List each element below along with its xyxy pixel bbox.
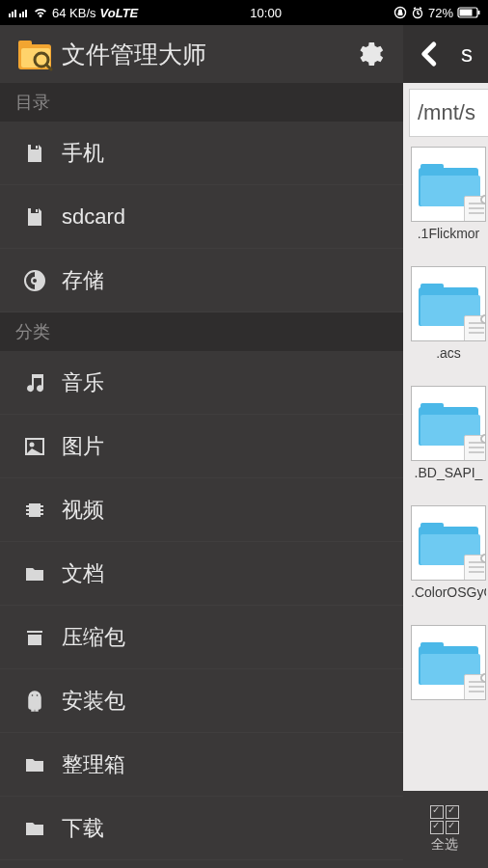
drawer-item-label: 压缩包	[62, 623, 380, 652]
drawer-item-apk[interactable]: 安装包	[0, 669, 403, 733]
path-bar[interactable]: /mnt/s	[409, 89, 488, 137]
drawer-item-label: 图片	[62, 432, 380, 461]
folder-thumb	[411, 625, 486, 700]
file-browser: s /mnt/s .1Flickmor .acs .BD_SAPI_	[403, 25, 488, 868]
lock-rotate-icon	[393, 6, 407, 19]
save-icon	[23, 205, 62, 229]
status-bar: 64 KB/s VoLTE 10:00 72%	[0, 0, 488, 25]
svg-rect-22	[41, 513, 43, 515]
drawer-item-label: 音乐	[62, 368, 380, 397]
drawer-item-download[interactable]: 下载	[0, 797, 403, 860]
content-title: s	[461, 41, 473, 68]
volte-label: VoLTE	[100, 6, 139, 20]
folder-cell[interactable]: .acs	[411, 266, 486, 376]
folder-thumb	[411, 147, 486, 222]
folder-label	[411, 704, 486, 735]
folder-thumb	[411, 505, 486, 581]
folder-thumb	[411, 266, 486, 341]
folder-cell[interactable]: .BD_SAPI_	[411, 386, 486, 496]
data-speed: 64 KB/s	[52, 6, 96, 20]
archive-icon	[23, 626, 62, 649]
navigation-drawer: 文件管理大师 目录 手机 sdcard 存储 分类 音乐	[0, 25, 403, 868]
chevron-left-icon	[416, 40, 445, 68]
drawer-item-pictures[interactable]: 图片	[0, 415, 403, 478]
folder-cell[interactable]: .1Flickmor	[411, 147, 486, 257]
svg-point-23	[32, 694, 34, 696]
disc-icon	[23, 269, 62, 292]
drawer-item-label: 整理箱	[62, 750, 380, 779]
select-all-label: 全选	[431, 836, 458, 854]
svg-point-11	[32, 278, 38, 284]
select-all-icon	[430, 805, 459, 834]
folder-label: .1Flickmor	[411, 226, 486, 257]
svg-rect-20	[41, 505, 43, 507]
drawer-item-music[interactable]: 音乐	[0, 351, 403, 415]
drawer-item-label: 视频	[62, 496, 380, 525]
save-icon	[23, 142, 62, 165]
back-button[interactable]	[409, 33, 451, 75]
drawer-item-video[interactable]: 视频	[0, 478, 403, 542]
picture-icon	[23, 435, 62, 458]
svg-rect-4	[478, 11, 480, 14]
drawer-item-archive[interactable]: 压缩包	[0, 606, 403, 669]
drawer-item-label: sdcard	[62, 204, 380, 230]
drawer-item-organize[interactable]: 整理箱	[0, 733, 403, 797]
select-all-button[interactable]: 全选	[430, 805, 459, 854]
battery-icon	[457, 7, 480, 18]
drawer-item-storage[interactable]: 存储	[0, 249, 403, 312]
folder-thumb	[411, 386, 486, 461]
svg-rect-6	[18, 41, 32, 48]
content-toolbar: s	[403, 25, 488, 83]
file-grid: .1Flickmor .acs .BD_SAPI_ .ColorOSGyOclo…	[403, 143, 488, 791]
folder-label: .acs	[411, 345, 486, 376]
clock: 10:00	[138, 6, 393, 20]
app-title: 文件管理大师	[62, 39, 347, 70]
android-icon	[23, 690, 62, 713]
folder-icon	[23, 562, 62, 585]
app-icon	[14, 32, 58, 76]
signal-icon	[8, 7, 29, 18]
folder-cell[interactable]	[411, 625, 486, 735]
drawer-item-label: 文档	[62, 559, 380, 588]
svg-point-24	[37, 694, 39, 696]
folder-label: .ColorOSGyOclou	[411, 584, 486, 615]
battery-pct: 72%	[428, 6, 453, 20]
gear-icon	[353, 39, 384, 69]
drawer-item-sdcard[interactable]: sdcard	[0, 185, 403, 249]
film-icon	[23, 499, 62, 522]
svg-rect-18	[26, 509, 29, 511]
svg-point-13	[30, 442, 35, 447]
wifi-icon	[33, 7, 48, 18]
alarm-icon	[411, 6, 424, 19]
svg-rect-17	[26, 505, 29, 507]
settings-button[interactable]	[347, 33, 390, 75]
folder-cell[interactable]: .ColorOSGyOclou	[411, 505, 486, 615]
section-header-cat: 分类	[0, 312, 403, 351]
bottom-toolbar: 全选	[403, 791, 488, 868]
drawer-item-label: 下载	[62, 814, 380, 843]
drawer-item-label: 安装包	[62, 687, 380, 716]
drawer-header: 文件管理大师	[0, 25, 403, 83]
folder-label: .BD_SAPI_	[411, 465, 486, 496]
music-icon	[23, 371, 62, 394]
drawer-item-docs[interactable]: 文档	[0, 542, 403, 606]
svg-rect-3	[460, 10, 473, 16]
svg-rect-21	[41, 509, 43, 511]
svg-rect-19	[26, 513, 29, 515]
drawer-item-label: 存储	[62, 266, 380, 295]
section-header-dir: 目录	[0, 83, 403, 122]
folder-icon	[23, 817, 62, 840]
folder-icon	[23, 753, 62, 776]
drawer-item-label: 手机	[62, 139, 380, 168]
drawer-item-phone[interactable]: 手机	[0, 122, 403, 185]
